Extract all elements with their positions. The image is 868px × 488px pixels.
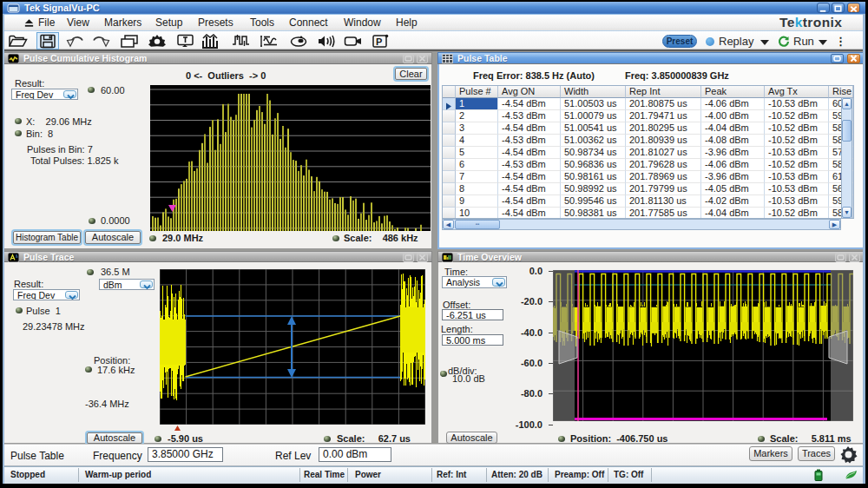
svg-text:P: P <box>376 36 382 47</box>
